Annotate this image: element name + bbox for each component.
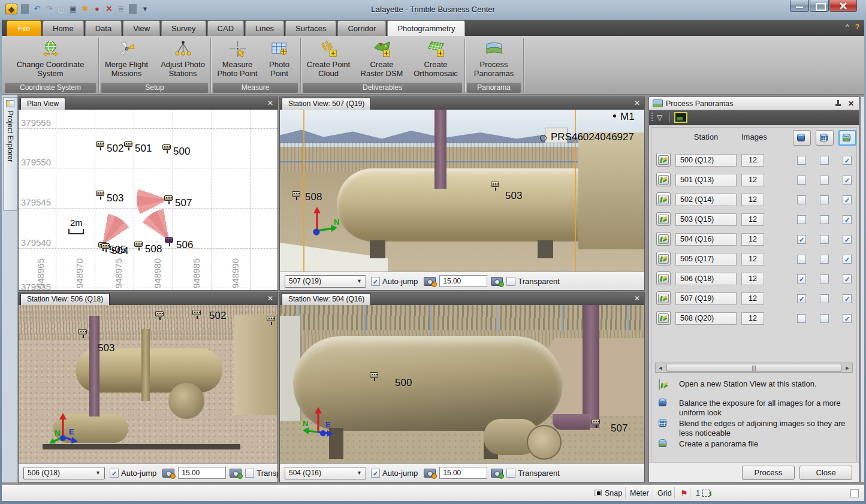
panorama-checkbox[interactable]: ✓ bbox=[843, 176, 852, 185]
close-icon[interactable]: ✕ bbox=[634, 294, 640, 303]
panorama-checkbox[interactable]: ✓ bbox=[843, 235, 852, 244]
scroll-right-icon[interactable]: ► bbox=[843, 363, 852, 372]
tab-view[interactable]: View bbox=[123, 20, 160, 36]
auto-jump-checkbox[interactable]: ✓ bbox=[371, 277, 380, 286]
panorama-checkbox[interactable]: ✓ bbox=[843, 294, 852, 303]
camera-forward-icon[interactable] bbox=[491, 469, 503, 478]
station-marker[interactable] bbox=[292, 191, 300, 197]
scrollbar-thumb[interactable]: ||| bbox=[666, 364, 841, 372]
scroll-left-icon[interactable]: ◄ bbox=[656, 363, 665, 372]
station-view-504-photo[interactable]: 500 507 N E bbox=[280, 305, 644, 463]
station-marker[interactable] bbox=[162, 144, 171, 150]
station-select-dropdown[interactable]: 507 (Q19) ▼ bbox=[285, 275, 366, 288]
distance-input[interactable]: 15.00 bbox=[439, 275, 487, 287]
exposure-checkbox[interactable]: ✓ bbox=[797, 274, 806, 283]
close-icon[interactable]: ✕ bbox=[848, 99, 854, 108]
tab-photogrammetry[interactable]: Photogrammetry bbox=[387, 20, 465, 36]
station-marker[interactable] bbox=[124, 141, 132, 147]
station-marker[interactable] bbox=[134, 242, 143, 247]
station-cell[interactable]: 508 (Q20) bbox=[675, 312, 737, 325]
open-station-view-button[interactable] bbox=[656, 192, 671, 206]
tab-surfaces[interactable]: Surfaces bbox=[285, 20, 336, 36]
exposure-checkbox[interactable] bbox=[797, 314, 806, 323]
tab-lines[interactable]: Lines bbox=[245, 20, 284, 36]
close-button[interactable]: Close bbox=[799, 466, 852, 480]
measure-photo-point-button[interactable]: Measure Photo Point bbox=[215, 38, 260, 82]
exposure-checkbox[interactable] bbox=[797, 255, 806, 264]
panorama-checkbox[interactable]: ✓ bbox=[843, 195, 852, 204]
camera-back-icon[interactable] bbox=[424, 277, 436, 286]
pin-icon[interactable] bbox=[835, 100, 841, 107]
vertical-scrollbar[interactable] bbox=[861, 96, 864, 482]
open-station-view-button[interactable] bbox=[656, 212, 671, 226]
plan-view-tab[interactable]: Plan View bbox=[20, 98, 65, 110]
distance-input[interactable]: 15.00 bbox=[439, 467, 487, 479]
station-view-507-tab[interactable]: Station View: 507 (Q19) bbox=[282, 98, 371, 110]
exposure-checkbox[interactable] bbox=[797, 156, 806, 165]
panorama-checkbox[interactable]: ✓ bbox=[843, 274, 852, 283]
blend-checkbox[interactable] bbox=[820, 274, 829, 283]
flag-indicator[interactable]: ⚑ bbox=[680, 485, 688, 501]
process-panoramas-button[interactable]: Process Panoramas bbox=[469, 38, 519, 82]
image-mode-icon[interactable] bbox=[674, 112, 687, 123]
station-view-506-tab[interactable]: Station View: 506 (Q18) bbox=[20, 293, 110, 305]
status-corner-box[interactable] bbox=[850, 489, 859, 497]
station-marker-selected[interactable] bbox=[165, 237, 173, 243]
station-marker[interactable] bbox=[164, 195, 173, 201]
auto-jump-checkbox[interactable]: ✓ bbox=[371, 469, 380, 478]
adjust-photo-stations-button[interactable]: Adjust Photo Stations bbox=[156, 38, 209, 82]
blend-checkbox[interactable] bbox=[820, 215, 829, 224]
blend-checkbox[interactable] bbox=[820, 255, 829, 264]
blend-checkbox[interactable] bbox=[820, 156, 829, 165]
exposure-checkbox[interactable] bbox=[797, 176, 806, 185]
blend-checkbox[interactable] bbox=[820, 176, 829, 185]
camera-forward-icon[interactable] bbox=[230, 469, 242, 478]
create-orthomosaic-button[interactable]: Create Orthomosaic bbox=[409, 38, 462, 82]
tab-corridor[interactable]: Corridor bbox=[337, 20, 386, 36]
exposure-checkbox[interactable] bbox=[797, 195, 806, 204]
station-cell[interactable]: 503 (Q15) bbox=[675, 213, 737, 226]
pano-point-marker[interactable] bbox=[540, 135, 547, 141]
create-raster-dsm-button[interactable]: Create Raster DSM bbox=[358, 38, 406, 82]
blend-checkbox[interactable] bbox=[820, 314, 829, 323]
blend-edges-column-button[interactable] bbox=[816, 130, 834, 146]
transparent-checkbox[interactable] bbox=[506, 469, 515, 478]
tab-cad[interactable]: CAD bbox=[207, 20, 244, 36]
auto-jump-checkbox[interactable]: ✓ bbox=[110, 469, 119, 478]
units-indicator[interactable]: Meter bbox=[630, 485, 649, 501]
station-marker[interactable] bbox=[155, 311, 164, 316]
merge-flight-missions-button[interactable]: Merge Flight Missions bbox=[100, 38, 153, 82]
plan-view-canvas[interactable]: 379555 379550 379545 379540 379535 94896… bbox=[19, 110, 277, 290]
exposure-checkbox[interactable]: ✓ bbox=[797, 294, 806, 303]
open-station-view-button[interactable] bbox=[656, 311, 671, 325]
horizontal-scrollbar[interactable]: ◄ ||| ► bbox=[655, 363, 853, 373]
snap-toggle[interactable]: Snap bbox=[594, 485, 622, 501]
close-icon[interactable]: ✕ bbox=[634, 99, 640, 107]
project-explorer-tab[interactable]: Project Explorer bbox=[3, 97, 17, 211]
create-panorama-column-button[interactable] bbox=[838, 130, 856, 146]
camera-back-icon[interactable] bbox=[162, 469, 174, 478]
tab-data[interactable]: Data bbox=[85, 20, 122, 36]
panorama-checkbox[interactable]: ✓ bbox=[843, 215, 852, 224]
tab-survey[interactable]: Survey bbox=[161, 20, 206, 36]
transparent-checkbox[interactable] bbox=[245, 469, 254, 478]
drag-grip[interactable] bbox=[651, 113, 653, 122]
station-marker[interactable] bbox=[491, 182, 499, 187]
station-marker[interactable] bbox=[96, 191, 104, 196]
station-cell[interactable]: 500 (Q12) bbox=[675, 154, 737, 167]
open-station-view-button[interactable] bbox=[656, 173, 671, 186]
station-marker[interactable] bbox=[96, 141, 104, 147]
station-select-dropdown[interactable]: 504 (Q16) ▼ bbox=[285, 467, 366, 479]
station-marker[interactable] bbox=[370, 372, 378, 378]
open-station-view-button[interactable] bbox=[656, 232, 671, 246]
blend-checkbox[interactable] bbox=[820, 235, 829, 244]
exposure-checkbox[interactable]: ✓ bbox=[797, 235, 806, 244]
toolbar-dropdown-icon[interactable]: ▽ bbox=[657, 113, 662, 122]
open-station-view-button[interactable] bbox=[656, 271, 671, 285]
blend-checkbox[interactable] bbox=[820, 294, 829, 303]
maximize-button[interactable] bbox=[810, 0, 829, 12]
page-indicator[interactable]: 1 bbox=[696, 485, 710, 501]
tab-home[interactable]: Home bbox=[43, 20, 84, 36]
balance-exposure-column-button[interactable] bbox=[793, 130, 811, 146]
panorama-checkbox[interactable]: ✓ bbox=[843, 255, 852, 264]
